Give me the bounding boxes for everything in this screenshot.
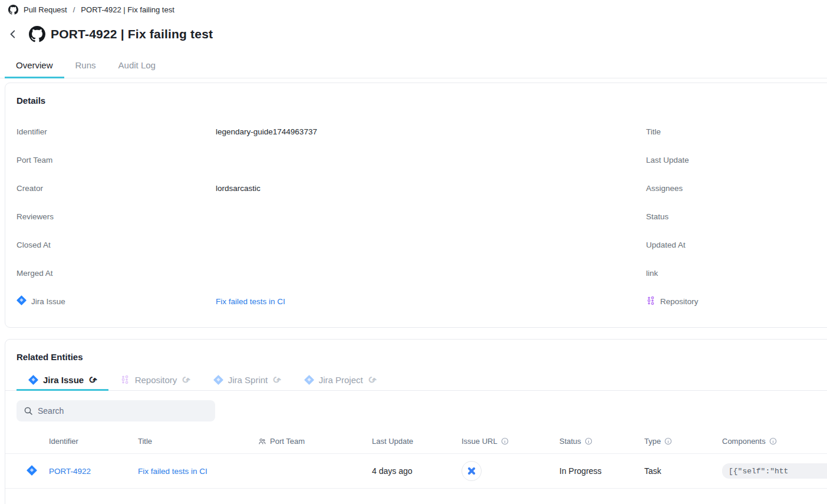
jira-issue-link[interactable]: Fix failed tests in CI (216, 297, 285, 306)
details-card: Details Identifier legendary-guide174496… (5, 83, 827, 328)
header-cell-last-update[interactable]: Last Update (367, 437, 457, 446)
jira-icon (17, 295, 27, 307)
tab-overview[interactable]: Overview (5, 53, 64, 78)
breadcrumb: Pull Request / PORT-4922 | Fix failing t… (0, 0, 174, 19)
field-label-assignees: Assignees (646, 184, 827, 193)
team-icon (258, 437, 266, 446)
jira-icon (27, 465, 37, 477)
page-title: PORT-4922 | Fix failing test (51, 27, 213, 41)
repository-icon (646, 296, 655, 307)
field-label-status: Status (646, 212, 827, 221)
info-icon[interactable] (501, 437, 509, 445)
header-cell-issue-url[interactable]: Issue URL (457, 437, 555, 446)
table-row[interactable]: PORT-4922 Fix failed tests in CI 4 days … (5, 454, 827, 489)
field-label-reviewers: Reviewers (17, 212, 216, 221)
related-tab-label: Jira Project (319, 375, 363, 385)
header-cell-identifier[interactable]: Identifier (44, 437, 133, 446)
field-label-identifier: Identifier (17, 127, 216, 136)
related-tab-label: Jira Sprint (228, 375, 268, 385)
row-identifier-link[interactable]: PORT-4922 (49, 467, 91, 476)
field-label-last-update: Last Update (646, 156, 827, 164)
search-input[interactable] (38, 406, 208, 416)
info-icon[interactable] (664, 437, 672, 445)
field-label-link: link (646, 269, 827, 278)
related-tab-jira-sprint[interactable]: Jira Sprint (202, 371, 292, 391)
related-tabs: Jira Issue Repository Jira Sprint (5, 371, 827, 391)
header-cell-status[interactable]: Status (555, 437, 640, 446)
detail-row: Merged At link (17, 259, 827, 287)
tab-audit-log[interactable]: Audit Log (107, 53, 167, 78)
detail-row: Reviewers Status (17, 202, 827, 230)
relation-arrow-icon (88, 374, 96, 386)
breadcrumb-current: PORT-4922 | Fix failing test (81, 5, 174, 14)
jira-icon (304, 375, 314, 385)
chevron-left-icon (8, 29, 18, 39)
related-tab-repository[interactable]: Repository (108, 371, 202, 391)
header-cell-port-team[interactable]: Port Team (253, 437, 367, 446)
related-entities-heading: Related Entities (17, 352, 827, 362)
detail-row: Closed At Updated At (17, 230, 827, 259)
components-chip[interactable]: [{"self":"htt (722, 463, 827, 479)
github-icon (29, 26, 45, 42)
field-label-repository: Repository (660, 297, 698, 306)
related-entities-card: Related Entities Jira Issue Repository (5, 339, 827, 504)
issue-link-icon (467, 466, 476, 476)
related-tab-jira-project[interactable]: Jira Project (292, 371, 387, 391)
header-cell-components[interactable]: Components (717, 437, 827, 446)
info-icon[interactable] (769, 437, 777, 445)
jira-icon (28, 375, 38, 385)
relation-arrow-icon (272, 374, 280, 386)
github-icon (8, 5, 18, 15)
relation-arrow-icon (368, 374, 375, 386)
field-label-creator: Creator (17, 184, 216, 193)
related-tab-label: Repository (135, 375, 177, 385)
info-icon[interactable] (585, 437, 592, 445)
field-label-jira-issue: Jira Issue (31, 297, 65, 306)
row-status: In Progress (555, 466, 640, 476)
field-label-title: Title (646, 127, 827, 136)
row-last-update: 4 days ago (367, 466, 457, 476)
table-header-row: Identifier Title Port Team Last Update I… (5, 429, 827, 454)
detail-row: Creator lordsarcastic Assignees (17, 174, 827, 202)
entity-page: Pull Request / PORT-4922 | Fix failing t… (0, 0, 827, 504)
field-label-closed-at: Closed At (17, 241, 216, 249)
search-bar (17, 400, 215, 421)
repository-icon (120, 375, 130, 385)
row-title-link[interactable]: Fix failed tests in CI (138, 467, 207, 476)
jira-icon (213, 375, 223, 385)
tab-runs[interactable]: Runs (64, 53, 107, 78)
row-type: Task (640, 466, 717, 476)
search-icon (24, 406, 33, 416)
issue-url-badge[interactable] (462, 461, 482, 481)
detail-row: Identifier legendary-guide1744963737 Tit… (17, 117, 827, 146)
details-fields: Identifier legendary-guide1744963737 Tit… (17, 117, 827, 315)
detail-row-relations: Jira Issue Fix failed tests in CI Reposi… (17, 287, 827, 315)
breadcrumb-separator: / (73, 5, 76, 14)
header-cell-type[interactable]: Type (640, 437, 717, 446)
field-value-creator: lordsarcastic (216, 184, 646, 193)
field-label-merged-at: Merged At (17, 269, 216, 278)
back-button[interactable] (6, 27, 20, 41)
details-heading: Details (17, 95, 827, 106)
header-cell-title[interactable]: Title (133, 437, 253, 446)
related-tab-jira-issue[interactable]: Jira Issue (17, 371, 108, 391)
field-label-updated-at: Updated At (646, 241, 827, 249)
detail-row: Port Team Last Update (17, 146, 827, 174)
field-label-port-team: Port Team (17, 156, 216, 164)
relation-arrow-icon (182, 374, 189, 386)
page-header: PORT-4922 | Fix failing test (6, 23, 213, 45)
breadcrumb-blueprint[interactable]: Pull Request (24, 5, 67, 14)
related-tab-label: Jira Issue (43, 375, 84, 385)
tab-bar: Overview Runs Audit Log (0, 53, 827, 78)
field-value-identifier: legendary-guide1744963737 (216, 127, 646, 136)
